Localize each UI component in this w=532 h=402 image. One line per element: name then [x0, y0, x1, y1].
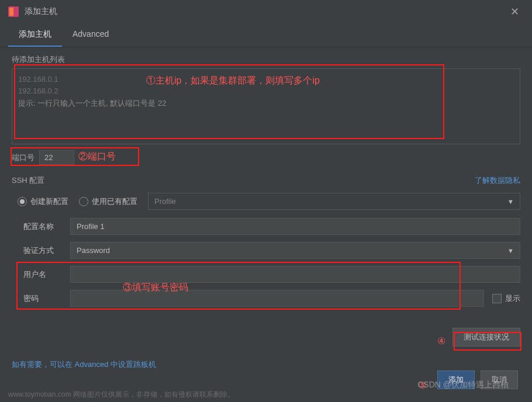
auth-method-select[interactable]: Password ▼ [70, 242, 520, 259]
ssh-title: SSH 配置 [12, 175, 44, 186]
test-button-row: 测试连接状况 [12, 328, 520, 346]
config-name-input[interactable] [70, 218, 520, 235]
tab-bar: 添加主机 Advanced [0, 23, 532, 47]
auth-method-value: Password [77, 246, 110, 255]
username-label: 用户名 [23, 269, 70, 280]
add-button[interactable]: 添加 [437, 370, 475, 389]
port-label: 端口号 [12, 153, 34, 163]
hostlist-line-1: 192.168.0.1 [18, 74, 514, 85]
titlebar: 添加主机 ✕ [0, 0, 532, 23]
profile-placeholder: Profile [154, 197, 176, 206]
svg-rect-1 [9, 8, 13, 16]
radio-existing-config[interactable]: 使用已有配置 [79, 196, 137, 207]
window-title: 添加主机 [25, 6, 57, 17]
hostlist-textarea[interactable]: 192.168.0.1 192.168.0.2 提示: 一行只输入一个主机, 默… [12, 68, 520, 144]
dialog-buttons: 添加 取消 [423, 362, 532, 397]
password-label: 密码 [23, 293, 70, 304]
checkbox-icon [492, 294, 502, 303]
test-connection-button[interactable]: 测试连接状况 [452, 328, 520, 346]
show-label: 显示 [505, 293, 520, 304]
content-area: 待添加主机列表 192.168.0.1 192.168.0.2 提示: 一行只输… [0, 47, 532, 377]
radio-icon [18, 197, 27, 206]
config-name-row: 配置名称 [12, 218, 520, 235]
privacy-link[interactable]: 了解数据隐私 [475, 175, 520, 186]
app-icon [8, 6, 19, 17]
radio-existing-label: 使用已有配置 [92, 196, 137, 207]
credentials-area: 用户名 密码 显示 [12, 266, 520, 307]
password-row: 密码 显示 [23, 290, 520, 307]
hostlist-hint: 提示: 一行只输入一个主机, 默认端口号是 22 [18, 98, 514, 109]
tab-advanced[interactable]: Advanced [62, 23, 119, 47]
auth-method-label: 验证方式 [23, 245, 70, 256]
username-row: 用户名 [23, 266, 520, 283]
password-input[interactable] [70, 290, 484, 307]
config-name-label: 配置名称 [23, 221, 70, 232]
footer-note: www.toymoban.com 网络图片仅供展示，非存储，如有侵权请联系删除。 [8, 390, 234, 400]
tab-add-host[interactable]: 添加主机 [8, 23, 62, 47]
port-row: 端口号 [12, 150, 520, 165]
port-input[interactable] [39, 150, 74, 165]
chevron-down-icon: ▼ [507, 198, 514, 205]
show-password-toggle[interactable]: 显示 [492, 293, 520, 304]
username-input[interactable] [70, 266, 520, 283]
hostlist-label: 待添加主机列表 [12, 54, 520, 65]
ssh-config-radios: 创建新配置 使用已有配置 Profile ▼ [12, 193, 520, 210]
radio-new-config[interactable]: 创建新配置 [18, 196, 68, 207]
ssh-header: SSH 配置 了解数据隐私 [12, 175, 520, 186]
radio-icon [79, 197, 88, 206]
cancel-button[interactable]: 取消 [481, 370, 518, 389]
chevron-down-icon: ▼ [507, 247, 514, 254]
profile-select[interactable]: Profile ▼ [148, 193, 520, 210]
radio-new-label: 创建新配置 [30, 196, 68, 207]
close-icon[interactable]: ✕ [506, 3, 524, 20]
auth-method-row: 验证方式 Password ▼ [12, 242, 520, 259]
hostlist-line-2: 192.168.0.2 [18, 85, 514, 97]
